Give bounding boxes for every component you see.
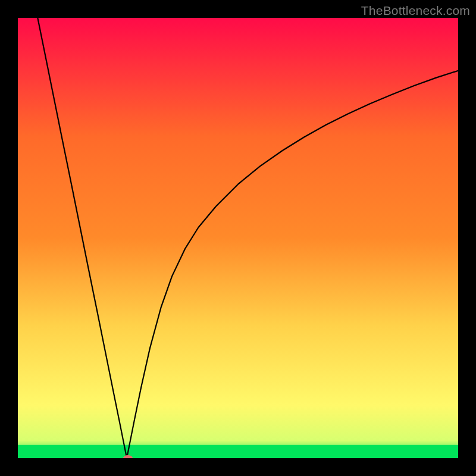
watermark-text: TheBottleneck.com <box>361 4 470 18</box>
green-band <box>18 445 458 458</box>
chart-frame <box>18 18 458 458</box>
gradient-background <box>18 18 458 458</box>
chart-plot <box>18 18 458 458</box>
